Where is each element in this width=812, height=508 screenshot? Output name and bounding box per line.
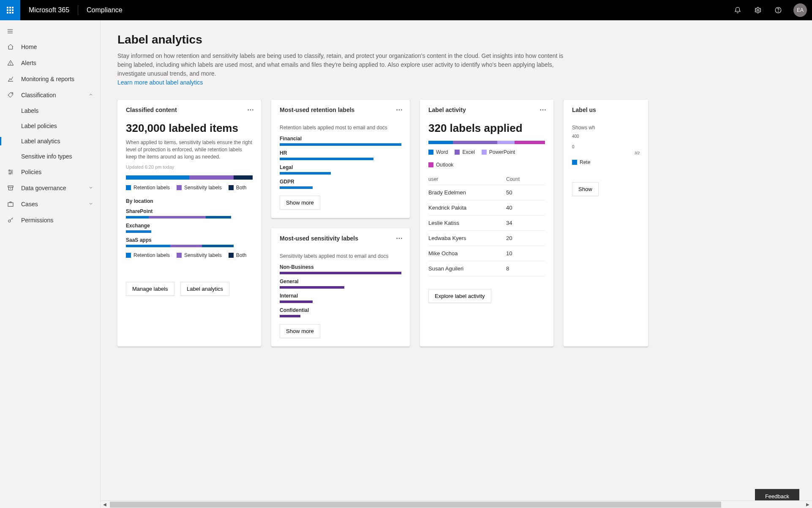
svg-point-3 xyxy=(11,64,11,65)
card-menu-icon[interactable]: ⋯ xyxy=(396,106,403,114)
scroll-right-icon[interactable]: ▶ xyxy=(804,502,812,507)
card-menu-icon[interactable]: ⋯ xyxy=(396,234,403,242)
sidebar-sub-label: Sensitive info types xyxy=(21,153,72,160)
bar-label: HR xyxy=(280,150,401,156)
svg-point-7 xyxy=(9,173,11,175)
label-analytics-button[interactable]: Label analytics xyxy=(180,282,229,296)
sidebar-sub-label: Label analytics xyxy=(21,138,60,145)
card-title: Label us xyxy=(572,107,640,117)
activity-stat: 320 labels applied xyxy=(428,122,545,135)
learn-more-link[interactable]: Learn more about label analytics xyxy=(117,79,203,86)
x-tick: 3/2 xyxy=(572,151,640,155)
scrollbar-thumb[interactable] xyxy=(110,502,721,508)
svg-point-2 xyxy=(778,11,779,12)
sliders-icon xyxy=(7,168,14,176)
legend-retention: Rete xyxy=(572,159,590,165)
sidebar-item-permissions[interactable]: Permissions xyxy=(0,212,100,228)
show-more-button[interactable]: Show more xyxy=(280,196,320,210)
sidebar-item-sensitive-info[interactable]: Sensitive info types xyxy=(0,149,100,164)
sensitivity-desc: Sensitivity labels applied most to email… xyxy=(280,253,401,260)
show-more-button[interactable]: Show more xyxy=(280,324,320,338)
key-icon xyxy=(7,216,14,224)
card-label-activity: ⋯ Label activity 320 labels applied Word… xyxy=(420,100,553,347)
sidebar-sub-label: Labels xyxy=(21,107,38,114)
app-header: Microsoft 365 Compliance EA xyxy=(0,0,812,20)
bar-label: Legal xyxy=(280,164,401,170)
retention-desc: Retention labels applied most to email a… xyxy=(280,124,401,131)
scroll-left-icon[interactable]: ◀ xyxy=(101,502,109,507)
th-user: user xyxy=(428,176,506,182)
sidebar-label: Home xyxy=(21,44,37,50)
sidebar-item-labels[interactable]: Labels xyxy=(0,103,100,118)
legend-word: Word xyxy=(428,149,448,155)
card-menu-icon[interactable]: ⋯ xyxy=(247,106,254,114)
bar-seg-sensitivity xyxy=(189,175,234,180)
chevron-up-icon xyxy=(88,92,93,98)
sidebar-label: Policies xyxy=(21,169,41,175)
sidebar-item-policies[interactable]: Policies xyxy=(0,164,100,180)
alert-icon xyxy=(7,59,14,67)
brand-label: Microsoft 365 xyxy=(20,6,78,14)
bar-label: Non-Business xyxy=(280,264,401,270)
legend-both: Both xyxy=(229,252,247,258)
card-retention-labels: ⋯ Most-used retention labels Retention l… xyxy=(271,100,410,218)
legend-excel: Excel xyxy=(455,149,474,155)
legend-sensitivity: Sensitivity labels xyxy=(177,185,222,191)
settings-icon[interactable] xyxy=(748,0,768,20)
sidebar-item-home[interactable]: Home xyxy=(0,39,100,55)
sidebar-item-cases[interactable]: Cases xyxy=(0,196,100,212)
sidebar-item-label-policies[interactable]: Label policies xyxy=(0,118,100,134)
sidebar-item-alerts[interactable]: Alerts xyxy=(0,55,100,71)
home-icon xyxy=(7,43,14,51)
horizontal-scrollbar[interactable]: ◀ ▶ xyxy=(101,500,812,508)
manage-labels-button[interactable]: Manage labels xyxy=(126,282,174,296)
card-menu-icon[interactable]: ⋯ xyxy=(540,106,547,114)
table-row: Ledwaba Kyers20 xyxy=(428,231,545,246)
classified-desc: When applied to items, sensitivity label… xyxy=(126,139,253,160)
bar-label: General xyxy=(280,279,401,284)
page-description: Stay informed on how retention and sensi… xyxy=(117,52,565,87)
help-icon[interactable] xyxy=(768,0,788,20)
svg-point-10 xyxy=(8,220,11,222)
sidebar-item-label-analytics[interactable]: Label analytics xyxy=(0,134,100,149)
svg-point-6 xyxy=(11,172,12,173)
sidebar-item-monitoring[interactable]: Monitoring & reports xyxy=(0,71,100,87)
bar-label: Internal xyxy=(280,293,401,299)
legend-sensitivity: Sensitivity labels xyxy=(177,252,222,258)
bar-label: GDPR xyxy=(280,179,401,185)
bar-label: Confidential xyxy=(280,307,401,313)
sidebar-item-data-governance[interactable]: Data governance xyxy=(0,180,100,196)
notifications-icon[interactable] xyxy=(728,0,748,20)
waffle-icon xyxy=(7,7,14,14)
sidebar-label: Classification xyxy=(21,92,56,98)
sidebar-label: Monitoring & reports xyxy=(21,76,74,82)
classified-overall-bar xyxy=(126,175,253,180)
user-avatar[interactable]: EA xyxy=(793,3,807,17)
table-row: Susan Aguileri8 xyxy=(428,261,545,276)
sidebar: Home Alerts Monitoring & reports Classif… xyxy=(0,20,101,508)
sidebar-toggle[interactable] xyxy=(0,24,100,39)
briefcase-icon xyxy=(7,200,14,208)
activity-legend: Word Excel PowerPoint Outlook xyxy=(428,149,545,168)
classified-stat: 320,000 labeled items xyxy=(126,122,253,135)
explore-activity-button[interactable]: Explore label activity xyxy=(428,289,491,303)
card-title: Most-used sensitivity labels xyxy=(280,235,401,246)
usage-desc: Shows wh xyxy=(572,124,640,131)
sidebar-label: Permissions xyxy=(21,217,53,224)
sidebar-item-classification[interactable]: Classification xyxy=(0,87,100,103)
location-sharepoint: SharePoint xyxy=(126,208,253,218)
legend-outlook: Outlook xyxy=(428,162,453,168)
card-title: Label activity xyxy=(428,107,545,117)
show-button[interactable]: Show xyxy=(572,182,599,196)
sidebar-label: Alerts xyxy=(21,60,36,66)
sidebar-label: Cases xyxy=(21,201,38,208)
card-title: Classified content xyxy=(126,107,253,117)
app-launcher[interactable] xyxy=(0,0,20,20)
card-label-usage: Label us Shows wh 400 0 3/2 Rete Show xyxy=(564,100,648,347)
legend-both: Both xyxy=(229,185,247,191)
legend-powerpoint: PowerPoint xyxy=(482,149,515,155)
table-row: Kendrick Pakita40 xyxy=(428,200,545,216)
card-title: Most-used retention labels xyxy=(280,107,401,117)
svg-rect-9 xyxy=(8,203,13,207)
sidebar-label: Data governance xyxy=(21,185,66,191)
